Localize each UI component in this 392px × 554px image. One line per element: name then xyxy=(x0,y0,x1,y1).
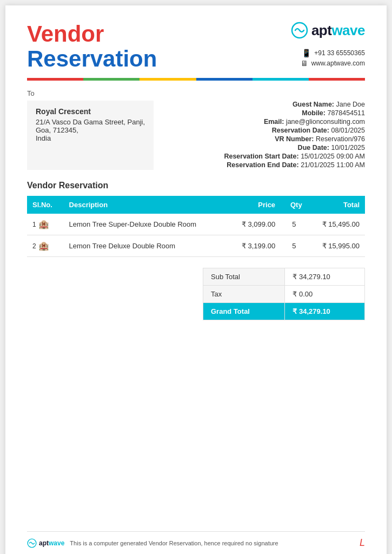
due-date-row: Due Date: 10/01/2025 xyxy=(164,144,365,151)
title-vendor: Vendor xyxy=(27,22,157,47)
guest-email-value: jane@glionconsulting.com xyxy=(286,118,365,126)
bar-green xyxy=(83,78,139,81)
hotel-icon: 🏨 xyxy=(38,219,49,229)
start-date-row: Reservation Start Date: 15/01/2025 09:00… xyxy=(164,153,365,160)
row-description: Lemon Tree Deluxe Double Room xyxy=(64,235,228,257)
guest-email-row: Email: jane@glionconsulting.com xyxy=(164,118,365,126)
guest-mobile-label: Mobile: xyxy=(302,109,325,117)
col-slno: Sl.No. xyxy=(27,196,64,214)
col-price: Price xyxy=(228,196,281,214)
row-total: ₹ 15,495.00 xyxy=(308,214,365,235)
color-bar xyxy=(27,78,365,81)
vendor-address-line3: India xyxy=(36,134,145,142)
reservation-date-label: Reservation Date: xyxy=(272,127,329,134)
guest-name-label: Guest Name: xyxy=(293,101,334,108)
tax-label: Tax xyxy=(203,286,285,303)
row-sl-number: 2 xyxy=(32,242,36,250)
logo-area: aptwave 📱 +91 33 65550365 🖥 www.aptwave.… xyxy=(291,22,365,69)
subtotal-label: Sub Total xyxy=(203,268,285,286)
row-qty: 5 xyxy=(281,235,308,257)
row-total: ₹ 15,995.00 xyxy=(308,235,365,257)
subtotal-row: Sub Total ₹ 34,279.10 xyxy=(203,268,365,286)
vendor-name: Royal Crescent xyxy=(36,107,145,116)
grand-total-row: Grand Total ₹ 34,279.10 xyxy=(203,303,365,320)
row-sl: 2 🏨 xyxy=(27,235,64,257)
vendor-address: Royal Crescent 21/A Vasco Da Gama Street… xyxy=(27,101,154,170)
footer-logo: aptwave xyxy=(27,538,64,548)
guest-name-value: Jane Doe xyxy=(336,101,365,108)
guest-email-label: Email: xyxy=(264,118,284,126)
guest-mobile-value: 7878454511 xyxy=(327,109,365,117)
title-reservation: Reservation xyxy=(27,47,157,71)
bar-red xyxy=(27,78,83,81)
tax-row: Tax ₹ 0.00 xyxy=(203,286,365,303)
footer-logo-icon xyxy=(27,538,37,548)
billing-section: Royal Crescent 21/A Vasco Da Gama Street… xyxy=(27,101,365,170)
row-sl-number: 1 xyxy=(32,221,36,228)
table-row: 1 🏨 Lemon Tree Super-Deluxe Double Room … xyxy=(27,214,365,235)
to-label: To xyxy=(27,89,365,97)
grand-total-value: ₹ 34,279.10 xyxy=(285,303,365,320)
bar-teal xyxy=(253,78,309,81)
logo-text: aptwave xyxy=(311,22,365,39)
vr-number-label: VR Number: xyxy=(275,135,314,143)
totals-table: Sub Total ₹ 34,279.10 Tax ₹ 0.00 Grand T… xyxy=(203,268,365,320)
start-date-label: Reservation Start Date: xyxy=(224,153,298,160)
table-body: 1 🏨 Lemon Tree Super-Deluxe Double Room … xyxy=(27,214,365,257)
subtotal-value: ₹ 34,279.10 xyxy=(285,268,365,286)
col-description: Description xyxy=(64,196,228,214)
website-url: www.aptwave.com xyxy=(311,60,365,67)
col-qty: Qty xyxy=(281,196,308,214)
row-description: Lemon Tree Super-Deluxe Double Room xyxy=(64,214,228,235)
bar-blue xyxy=(196,78,253,81)
start-date-value: 15/01/2025 09:00 AM xyxy=(301,153,365,160)
web-icon: 🖥 xyxy=(301,59,308,68)
col-total: Total xyxy=(308,196,365,214)
row-qty: 5 xyxy=(281,214,308,235)
guest-details: Guest Name: Jane Doe Mobile: 7878454511 … xyxy=(164,101,365,170)
contact-info: 📱 +91 33 65550365 🖥 www.aptwave.com xyxy=(301,49,365,69)
footer-note: This is a computer generated Vendor Rese… xyxy=(70,540,354,546)
footer-logo-text: aptwave xyxy=(39,539,64,547)
vr-number-value: Reservation/976 xyxy=(316,135,365,143)
vr-number-row: VR Number: Reservation/976 xyxy=(164,135,365,143)
row-price: ₹ 3,199.00 xyxy=(228,235,281,257)
website-row: 🖥 www.aptwave.com xyxy=(301,59,365,68)
tax-value: ₹ 0.00 xyxy=(285,286,365,303)
aptwave-logo-icon xyxy=(291,22,308,39)
row-price: ₹ 3,099.00 xyxy=(228,214,281,235)
footer: aptwave This is a computer generated Ven… xyxy=(27,531,365,549)
title-block: Vendor Reservation xyxy=(27,22,157,71)
phone-row: 📱 +91 33 65550365 xyxy=(301,49,365,57)
document-page: Vendor Reservation aptwave 📱 +91 33 6555… xyxy=(5,5,387,554)
reservation-date-row: Reservation Date: 08/01/2025 xyxy=(164,127,365,134)
footer-mark: L xyxy=(360,537,365,549)
header: Vendor Reservation aptwave 📱 +91 33 6555… xyxy=(27,22,365,71)
vendor-address-line2: Goa, 712345, xyxy=(36,126,145,134)
row-sl: 1 🏨 xyxy=(27,214,64,235)
table-header: Sl.No. Description Price Qty Total xyxy=(27,196,365,214)
vendor-address-line1: 21/A Vasco Da Gama Street, Panji, xyxy=(36,118,145,126)
phone-icon: 📱 xyxy=(302,49,311,57)
end-date-value: 21/01/2025 11:00 AM xyxy=(301,161,365,169)
reservation-date-value: 08/01/2025 xyxy=(331,127,365,134)
logo-brand: aptwave xyxy=(291,22,365,39)
section-title: Vendor Reservation xyxy=(27,181,365,190)
due-date-value: 10/01/2025 xyxy=(331,144,365,151)
due-date-label: Due Date: xyxy=(298,144,329,151)
bar-yellow xyxy=(139,78,196,81)
guest-name-row: Guest Name: Jane Doe xyxy=(164,101,365,108)
end-date-row: Reservation End Date: 21/01/2025 11:00 A… xyxy=(164,161,365,169)
grand-total-label: Grand Total xyxy=(203,303,285,320)
bar-red2 xyxy=(309,78,365,81)
totals-section: Sub Total ₹ 34,279.10 Tax ₹ 0.00 Grand T… xyxy=(27,268,365,320)
hotel-icon: 🏨 xyxy=(38,241,49,251)
end-date-label: Reservation End Date: xyxy=(227,161,298,169)
phone-number: +91 33 65550365 xyxy=(314,49,365,57)
guest-mobile-row: Mobile: 7878454511 xyxy=(164,109,365,117)
table-row: 2 🏨 Lemon Tree Deluxe Double Room ₹ 3,19… xyxy=(27,235,365,257)
items-table: Sl.No. Description Price Qty Total 1 🏨 L… xyxy=(27,196,365,257)
